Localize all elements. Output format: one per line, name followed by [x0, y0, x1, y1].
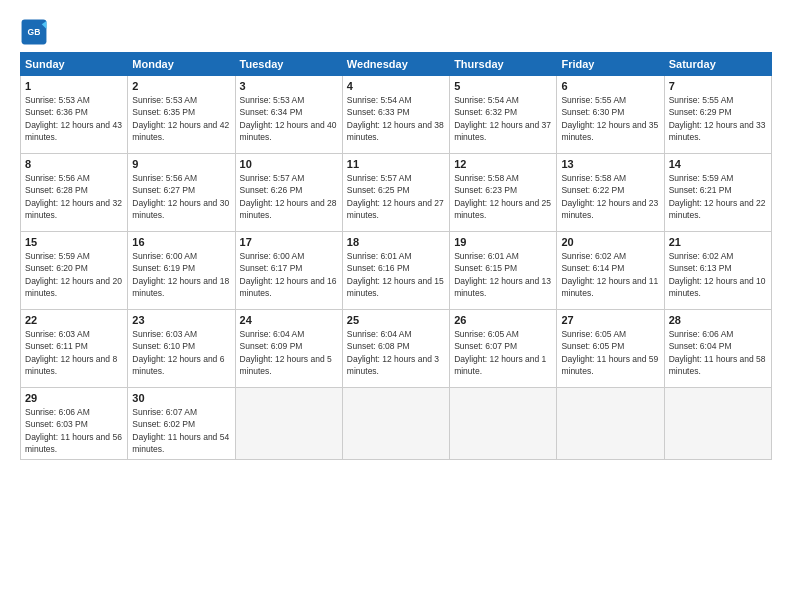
day-info: Sunrise: 6:04 AMSunset: 6:09 PMDaylight:…: [240, 329, 332, 376]
day-number: 20: [561, 236, 659, 248]
day-number: 21: [669, 236, 767, 248]
day-number: 13: [561, 158, 659, 170]
day-number: 10: [240, 158, 338, 170]
day-info: Sunrise: 6:01 AMSunset: 6:15 PMDaylight:…: [454, 251, 551, 298]
calendar-cell: [664, 388, 771, 460]
day-info: Sunrise: 5:58 AMSunset: 6:22 PMDaylight:…: [561, 173, 658, 220]
calendar-table: SundayMondayTuesdayWednesdayThursdayFrid…: [20, 52, 772, 460]
day-info: Sunrise: 5:59 AMSunset: 6:20 PMDaylight:…: [25, 251, 122, 298]
day-info: Sunrise: 5:59 AMSunset: 6:21 PMDaylight:…: [669, 173, 766, 220]
weekday-header: Saturday: [664, 53, 771, 76]
day-number: 3: [240, 80, 338, 92]
day-info: Sunrise: 6:03 AMSunset: 6:10 PMDaylight:…: [132, 329, 224, 376]
day-number: 14: [669, 158, 767, 170]
weekday-header: Wednesday: [342, 53, 449, 76]
day-info: Sunrise: 6:07 AMSunset: 6:02 PMDaylight:…: [132, 407, 229, 454]
calendar-cell: 6Sunrise: 5:55 AMSunset: 6:30 PMDaylight…: [557, 76, 664, 154]
day-info: Sunrise: 5:57 AMSunset: 6:25 PMDaylight:…: [347, 173, 444, 220]
day-number: 9: [132, 158, 230, 170]
day-info: Sunrise: 5:57 AMSunset: 6:26 PMDaylight:…: [240, 173, 337, 220]
calendar-cell: 11Sunrise: 5:57 AMSunset: 6:25 PMDayligh…: [342, 154, 449, 232]
day-info: Sunrise: 5:53 AMSunset: 6:34 PMDaylight:…: [240, 95, 337, 142]
day-number: 24: [240, 314, 338, 326]
day-number: 15: [25, 236, 123, 248]
calendar-cell: [342, 388, 449, 460]
calendar-cell: 10Sunrise: 5:57 AMSunset: 6:26 PMDayligh…: [235, 154, 342, 232]
calendar-cell: 1Sunrise: 5:53 AMSunset: 6:36 PMDaylight…: [21, 76, 128, 154]
day-number: 16: [132, 236, 230, 248]
day-info: Sunrise: 6:06 AMSunset: 6:04 PMDaylight:…: [669, 329, 766, 376]
svg-text:GB: GB: [28, 27, 41, 37]
calendar-cell: 16Sunrise: 6:00 AMSunset: 6:19 PMDayligh…: [128, 232, 235, 310]
day-info: Sunrise: 5:55 AMSunset: 6:30 PMDaylight:…: [561, 95, 658, 142]
weekday-header: Thursday: [450, 53, 557, 76]
calendar-cell: 3Sunrise: 5:53 AMSunset: 6:34 PMDaylight…: [235, 76, 342, 154]
calendar-cell: 23Sunrise: 6:03 AMSunset: 6:10 PMDayligh…: [128, 310, 235, 388]
calendar-cell: 22Sunrise: 6:03 AMSunset: 6:11 PMDayligh…: [21, 310, 128, 388]
calendar-cell: 13Sunrise: 5:58 AMSunset: 6:22 PMDayligh…: [557, 154, 664, 232]
day-number: 18: [347, 236, 445, 248]
header: GB: [20, 18, 772, 46]
day-info: Sunrise: 6:03 AMSunset: 6:11 PMDaylight:…: [25, 329, 117, 376]
day-number: 26: [454, 314, 552, 326]
day-number: 2: [132, 80, 230, 92]
day-info: Sunrise: 5:54 AMSunset: 6:32 PMDaylight:…: [454, 95, 551, 142]
logo-icon: GB: [20, 18, 48, 46]
day-number: 11: [347, 158, 445, 170]
day-info: Sunrise: 6:02 AMSunset: 6:14 PMDaylight:…: [561, 251, 658, 298]
day-number: 22: [25, 314, 123, 326]
day-number: 6: [561, 80, 659, 92]
calendar-cell: 5Sunrise: 5:54 AMSunset: 6:32 PMDaylight…: [450, 76, 557, 154]
day-info: Sunrise: 5:56 AMSunset: 6:28 PMDaylight:…: [25, 173, 122, 220]
calendar-cell: 24Sunrise: 6:04 AMSunset: 6:09 PMDayligh…: [235, 310, 342, 388]
day-number: 1: [25, 80, 123, 92]
calendar-cell: 21Sunrise: 6:02 AMSunset: 6:13 PMDayligh…: [664, 232, 771, 310]
day-info: Sunrise: 5:53 AMSunset: 6:35 PMDaylight:…: [132, 95, 229, 142]
day-info: Sunrise: 6:06 AMSunset: 6:03 PMDaylight:…: [25, 407, 122, 454]
calendar-cell: 20Sunrise: 6:02 AMSunset: 6:14 PMDayligh…: [557, 232, 664, 310]
day-info: Sunrise: 6:00 AMSunset: 6:19 PMDaylight:…: [132, 251, 229, 298]
calendar-cell: 9Sunrise: 5:56 AMSunset: 6:27 PMDaylight…: [128, 154, 235, 232]
calendar-cell: 30Sunrise: 6:07 AMSunset: 6:02 PMDayligh…: [128, 388, 235, 460]
calendar-cell: 4Sunrise: 5:54 AMSunset: 6:33 PMDaylight…: [342, 76, 449, 154]
calendar-cell: 17Sunrise: 6:00 AMSunset: 6:17 PMDayligh…: [235, 232, 342, 310]
weekday-header: Monday: [128, 53, 235, 76]
day-number: 5: [454, 80, 552, 92]
day-info: Sunrise: 6:00 AMSunset: 6:17 PMDaylight:…: [240, 251, 337, 298]
calendar-page: GB SundayMondayTuesdayWednesdayThursdayF…: [0, 0, 792, 612]
day-info: Sunrise: 5:58 AMSunset: 6:23 PMDaylight:…: [454, 173, 551, 220]
weekday-header: Friday: [557, 53, 664, 76]
logo: GB: [20, 18, 52, 46]
day-number: 17: [240, 236, 338, 248]
day-info: Sunrise: 6:01 AMSunset: 6:16 PMDaylight:…: [347, 251, 444, 298]
day-info: Sunrise: 6:05 AMSunset: 6:07 PMDaylight:…: [454, 329, 546, 376]
calendar-cell: [450, 388, 557, 460]
day-info: Sunrise: 6:04 AMSunset: 6:08 PMDaylight:…: [347, 329, 439, 376]
calendar-cell: 8Sunrise: 5:56 AMSunset: 6:28 PMDaylight…: [21, 154, 128, 232]
day-number: 30: [132, 392, 230, 404]
day-number: 12: [454, 158, 552, 170]
weekday-header: Tuesday: [235, 53, 342, 76]
calendar-cell: 25Sunrise: 6:04 AMSunset: 6:08 PMDayligh…: [342, 310, 449, 388]
calendar-cell: [557, 388, 664, 460]
day-number: 29: [25, 392, 123, 404]
calendar-cell: 7Sunrise: 5:55 AMSunset: 6:29 PMDaylight…: [664, 76, 771, 154]
day-info: Sunrise: 5:53 AMSunset: 6:36 PMDaylight:…: [25, 95, 122, 142]
day-number: 28: [669, 314, 767, 326]
calendar-cell: [235, 388, 342, 460]
calendar-cell: 27Sunrise: 6:05 AMSunset: 6:05 PMDayligh…: [557, 310, 664, 388]
day-info: Sunrise: 5:55 AMSunset: 6:29 PMDaylight:…: [669, 95, 766, 142]
day-number: 7: [669, 80, 767, 92]
day-number: 8: [25, 158, 123, 170]
calendar-cell: 18Sunrise: 6:01 AMSunset: 6:16 PMDayligh…: [342, 232, 449, 310]
calendar-cell: 12Sunrise: 5:58 AMSunset: 6:23 PMDayligh…: [450, 154, 557, 232]
day-number: 19: [454, 236, 552, 248]
calendar-cell: 29Sunrise: 6:06 AMSunset: 6:03 PMDayligh…: [21, 388, 128, 460]
day-info: Sunrise: 5:56 AMSunset: 6:27 PMDaylight:…: [132, 173, 229, 220]
day-number: 4: [347, 80, 445, 92]
weekday-header: Sunday: [21, 53, 128, 76]
calendar-cell: 28Sunrise: 6:06 AMSunset: 6:04 PMDayligh…: [664, 310, 771, 388]
calendar-cell: 19Sunrise: 6:01 AMSunset: 6:15 PMDayligh…: [450, 232, 557, 310]
day-number: 25: [347, 314, 445, 326]
day-info: Sunrise: 6:05 AMSunset: 6:05 PMDaylight:…: [561, 329, 658, 376]
